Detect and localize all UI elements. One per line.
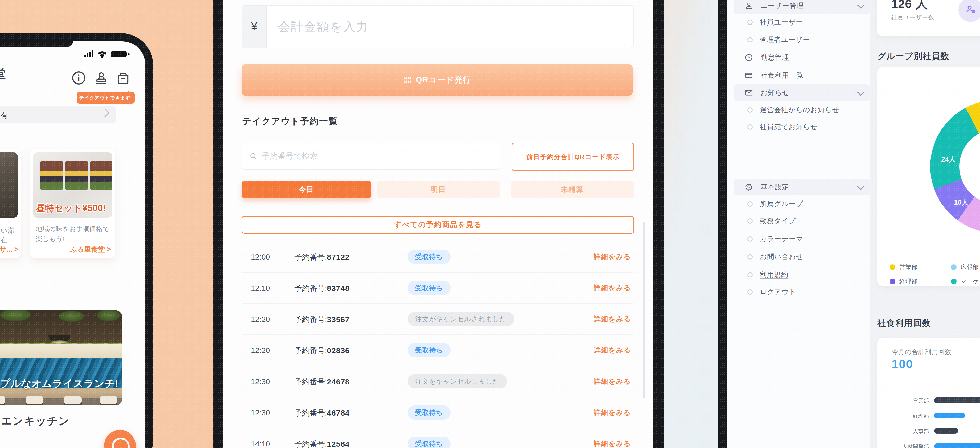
sidebar-item-admin-users[interactable]: 管理者ユーザー: [734, 31, 870, 48]
reservation-time: 12:10: [251, 284, 270, 292]
sidebar-item-logout[interactable]: ログアウト: [734, 284, 870, 300]
shop-name: エンキッチン: [1, 414, 70, 428]
promo-card-bento[interactable]: 昼特セット¥500! 地域の味をお手頃価格で楽しもう! ふる里食堂 >: [30, 150, 115, 258]
info-icon[interactable]: [71, 70, 87, 86]
tab-today[interactable]: 今日: [242, 181, 371, 198]
wifi-icon: [97, 51, 107, 58]
amount-placeholder: 会計金額を入力: [267, 6, 369, 48]
employee-count-card: 126 人 社員ユーザー数: [877, 0, 980, 36]
sidebar-item-notifications[interactable]: お知らせ: [734, 84, 870, 101]
sidebar-item-cafeteria-usage[interactable]: 社食利用一覧: [734, 67, 870, 84]
qr-issue-button[interactable]: QRコード発行: [242, 64, 633, 96]
floating-action-button[interactable]: [104, 430, 136, 448]
promo-card-shop-link[interactable]: サ... >: [0, 245, 18, 254]
bar-hr: [934, 428, 958, 434]
reservation-list: 12:00 予約番号:87122 受取待ち 詳細をみる 12:10 予約番号:8…: [242, 241, 633, 448]
bullet-icon: [747, 37, 752, 42]
chevron-down-icon: [857, 183, 864, 190]
sidebar-item-basic-settings[interactable]: 基本設定: [734, 179, 870, 195]
sidebar-item-attendance[interactable]: 勤怠管理: [734, 49, 870, 66]
sidebar-item-work-type[interactable]: 勤務タイプ: [734, 212, 870, 230]
coupon-row-label-partial: 有: [0, 110, 8, 121]
reservation-row[interactable]: 12:10 予約番号:83748 受取待ち 詳細をみる: [242, 273, 633, 304]
legend-item-marketing: マーケティング部: [951, 277, 980, 285]
sidebar-item-color-theme[interactable]: カラーテーマ: [734, 230, 870, 247]
status-bar-icons: [84, 49, 131, 59]
tab-tomorrow[interactable]: 明日: [377, 181, 500, 198]
qr-issue-label: QRコード発行: [416, 75, 471, 85]
legend-item-pr: 広報部: [951, 263, 979, 271]
reservation-row[interactable]: 14:10 予約番号:12584 受取待ち 詳細をみる: [242, 428, 633, 448]
promo-card-shop-link[interactable]: ふる里食堂 >: [70, 245, 111, 254]
user-card-icon: [958, 0, 980, 22]
reservation-time: 12:20: [251, 315, 270, 324]
takeout-list-heading: テイクアウト予約一覧: [242, 115, 338, 127]
admin-screen: ユーザー管理 社員ユーザー 管理者ユーザー 勤怠管理: [727, 0, 980, 448]
legend-item-accounting: 経理部: [890, 277, 918, 285]
coupon-row[interactable]: 有: [0, 106, 116, 123]
qr-code-icon: [403, 76, 412, 84]
sidebar-item-employee-news[interactable]: 社員宛てお知らせ: [734, 118, 870, 136]
user-icon: [744, 1, 753, 10]
reservation-row[interactable]: 12:30 予約番号:46784 受取待ち 詳細をみる: [242, 397, 633, 428]
scrollbar[interactable]: [643, 222, 645, 399]
reservation-number: 予約番号:12584: [294, 439, 350, 448]
amount-input[interactable]: ¥ 会計金額を入力: [242, 5, 634, 48]
reservation-time: 12:30: [251, 377, 270, 386]
detail-link[interactable]: 詳細をみる: [593, 408, 631, 417]
detail-link[interactable]: 詳細をみる: [593, 346, 631, 355]
sidebar-item-terms[interactable]: 利用規約: [734, 266, 870, 283]
reservation-time: 12:30: [251, 408, 270, 417]
bar-hrd: [934, 443, 980, 448]
reservation-row[interactable]: 12:30 予約番号:24678 注文をキャンセルしました 詳細をみる: [242, 366, 633, 397]
bar-label-hrd: 人材開発部: [883, 443, 929, 448]
employee-count-label: 社員ユーザー数: [891, 14, 934, 21]
chevron-down-icon: [857, 2, 864, 9]
meal-card-icon: [744, 71, 753, 80]
cafeteria-photo-card[interactable]: プルなオムライスランチ!: [0, 310, 122, 405]
sidebar-item-contact[interactable]: お問い合わせ: [734, 248, 870, 265]
takeout-bag-icon[interactable]: [116, 70, 130, 86]
tab-unsettled[interactable]: 未精算: [511, 181, 634, 198]
reservation-time: 12:20: [251, 346, 270, 355]
sidebar-item-user-management[interactable]: ユーザー管理: [734, 0, 870, 14]
bar-label-accounting: 経理部: [883, 413, 929, 420]
reservation-number: 予約番号:33567: [294, 314, 350, 325]
signal-icon: [84, 50, 94, 57]
bullet-icon: [747, 201, 752, 207]
detail-link[interactable]: 詳細をみる: [593, 314, 631, 324]
employee-count-value: 126 人: [891, 0, 928, 12]
reservation-row[interactable]: 12:00 予約番号:87122 受取待ち 詳細をみる: [242, 241, 633, 273]
bar-label-sales: 営業部: [883, 397, 929, 404]
sidebar-item-company-news[interactable]: 運営会社からのお知らせ: [734, 101, 870, 118]
bento-photo: 昼特セット¥500!: [33, 153, 112, 218]
bullet-icon: [747, 272, 752, 277]
legend-dot-teal: [951, 279, 956, 284]
status-badge: 受取待ち: [407, 405, 451, 420]
photo-overlay-text: プルなオムライスランチ!: [0, 376, 118, 391]
reservation-search-input[interactable]: 予約番号で検索: [242, 142, 501, 170]
promo-card-text-partial: い滞在: [0, 226, 21, 244]
usage-chart-card: 今月の合計利用回数 100 営業部 経理部 人事部 人材開発部: [877, 338, 980, 448]
status-badge: 受取待ち: [407, 437, 451, 448]
reservation-row[interactable]: 12:20 予約番号:02836 受取待ち 詳細をみる: [242, 335, 633, 366]
detail-link[interactable]: 詳細をみる: [593, 439, 631, 448]
reservation-row[interactable]: 12:20 予約番号:33567 注文がキャンセルされました 詳細をみる: [242, 304, 633, 335]
reservation-time: 14:10: [251, 440, 270, 448]
detail-link[interactable]: 詳細をみる: [593, 377, 631, 386]
stamp-icon[interactable]: [94, 70, 109, 86]
app-showcase: 堂 テイクアウトできます! 有: [0, 0, 980, 448]
status-badge: 注文がキャンセルされました: [407, 312, 514, 326]
detail-link[interactable]: 詳細をみる: [593, 252, 631, 261]
promo-card-hotel[interactable]: い滞在 サ... >: [0, 150, 21, 258]
donut-slice-label-teal: 24人: [941, 155, 956, 164]
usage-total-label: 今月の合計利用回数: [892, 348, 952, 356]
bullet-icon: [747, 254, 752, 260]
detail-link[interactable]: 詳細をみる: [593, 283, 631, 292]
usage-chart-title: 社食利用回数: [877, 317, 931, 329]
view-all-products-button[interactable]: すべての予約商品を見る: [242, 216, 634, 234]
prev-day-qr-button[interactable]: 前日予約分合計QRコード表示: [512, 142, 634, 171]
sidebar-item-employee-users[interactable]: 社員ユーザー: [734, 14, 870, 31]
sidebar-item-groups[interactable]: 所属グループ: [734, 195, 870, 212]
chevron-down-icon: [857, 89, 864, 96]
